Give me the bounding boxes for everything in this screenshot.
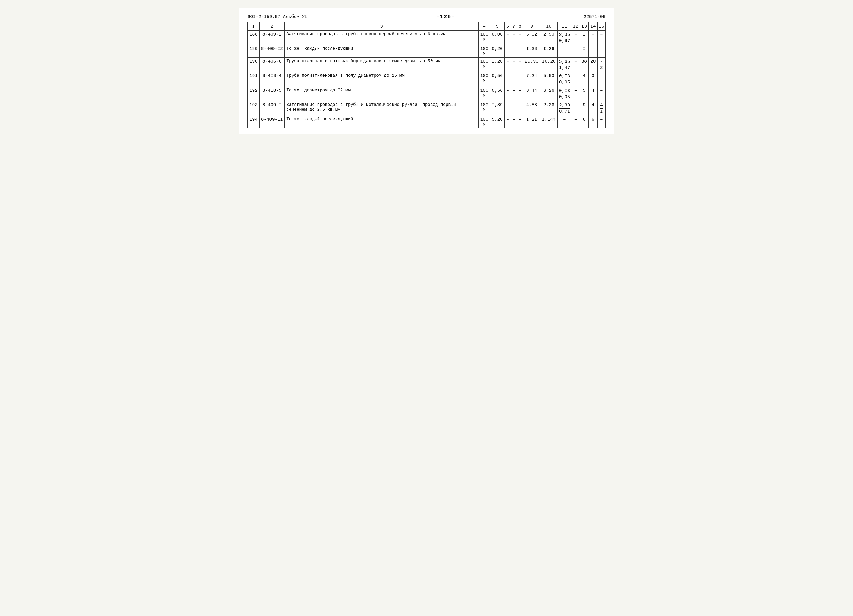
- col-header-14: I4: [589, 22, 598, 31]
- row-col14: 4: [589, 86, 598, 101]
- row-col13: 38: [580, 58, 588, 72]
- col-header-4: 4: [478, 22, 490, 31]
- row-code: 8-406-6: [259, 58, 285, 72]
- row-col5: 0,06: [490, 31, 505, 45]
- header-center: –126–: [436, 14, 455, 20]
- col-header-15: I5: [598, 22, 605, 31]
- col-header-13: I3: [580, 22, 588, 31]
- row-col15: –: [598, 72, 605, 86]
- row-col10: I,I4т: [540, 115, 557, 128]
- row-col11: 5,65I,47: [557, 58, 572, 72]
- row-col5: I,26: [490, 58, 505, 72]
- page: 9OI-2-159.87 Альбом УШ –126– 22571-08 I …: [239, 8, 614, 134]
- row-col9: I,2I: [523, 115, 540, 128]
- table-row: 1908-406-6Труба стальная в готовых бороз…: [248, 58, 606, 72]
- col-header-3: 3: [285, 22, 478, 31]
- row-col7: –: [511, 115, 517, 128]
- row-col10: I,26: [540, 45, 557, 58]
- row-col11: 0,I30,05: [557, 86, 572, 101]
- row-col6: –: [504, 101, 510, 115]
- row-code: 8-4I8-4: [259, 72, 285, 86]
- row-col8: –: [517, 86, 523, 101]
- row-col14: –: [589, 31, 598, 45]
- row-col7: –: [511, 58, 517, 72]
- table-row: 1918-4I8-4Труба полиэтиленовая в полу ди…: [248, 72, 606, 86]
- row-unit: 100М: [478, 115, 490, 128]
- row-col15: 72: [598, 58, 605, 72]
- row-col12: –: [572, 86, 580, 101]
- col-header-7: 7: [511, 22, 517, 31]
- col-header-1: I: [248, 22, 260, 31]
- row-col8: –: [517, 115, 523, 128]
- row-unit: 100М: [478, 101, 490, 115]
- row-code: 8-409-II: [259, 115, 285, 128]
- row-col10: 5,83: [540, 72, 557, 86]
- col-header-5: 5: [490, 22, 505, 31]
- row-col9: 4,88: [523, 101, 540, 115]
- col-header-11: II: [557, 22, 572, 31]
- row-col6: –: [504, 31, 510, 45]
- row-code: 8-409-I2: [259, 45, 285, 58]
- row-col7: –: [511, 86, 517, 101]
- row-col13: I: [580, 45, 588, 58]
- col-header-2: 2: [259, 22, 285, 31]
- row-col13: I: [580, 31, 588, 45]
- row-col14: 6: [589, 115, 598, 128]
- row-description: Труба полиэтиленовая в полу диаметром до…: [285, 72, 478, 86]
- row-description: Затягивание проводов в трубы–провод перв…: [285, 31, 478, 45]
- row-col5: 0,56: [490, 72, 505, 86]
- table-row: 1938-409-IЗатягивание проводов в трубы и…: [248, 101, 606, 115]
- row-col15: 4I: [598, 101, 605, 115]
- row-description: То же, каждый после-дующий: [285, 115, 478, 128]
- col-header-9: 9: [523, 22, 540, 31]
- header-row: I 2 3 4 5 6 7 8 9 IO II I2 I3 I4 I5: [248, 22, 606, 31]
- row-col15: –: [598, 45, 605, 58]
- row-col8: –: [517, 101, 523, 115]
- row-col15: –: [598, 31, 605, 45]
- row-code: 8-409-2: [259, 31, 285, 45]
- row-col10: 2,90: [540, 31, 557, 45]
- row-col13: 9: [580, 101, 588, 115]
- table-row: 1928-4I8-5То же, диаметром до 32 мм100М0…: [248, 86, 606, 101]
- col-header-8: 8: [517, 22, 523, 31]
- row-col15: –: [598, 115, 605, 128]
- row-col8: –: [517, 58, 523, 72]
- row-col9: 6,02: [523, 31, 540, 45]
- row-unit: 100М: [478, 45, 490, 58]
- row-unit: 100М: [478, 72, 490, 86]
- row-col6: –: [504, 72, 510, 86]
- row-col9: I,38: [523, 45, 540, 58]
- col-header-10: IO: [540, 22, 557, 31]
- row-col9: 29,90: [523, 58, 540, 72]
- row-col8: –: [517, 31, 523, 45]
- row-col14: 20: [589, 58, 598, 72]
- table-row: 1898-409-I2То же, каждый после-дующий100…: [248, 45, 606, 58]
- row-col12: –: [572, 115, 580, 128]
- header-left: 9OI-2-159.87 Альбом УШ: [247, 14, 307, 19]
- row-col15: –: [598, 86, 605, 101]
- row-col7: –: [511, 31, 517, 45]
- row-col10: 2,36: [540, 101, 557, 115]
- row-col8: –: [517, 72, 523, 86]
- row-description: То же, диаметром до 32 мм: [285, 86, 478, 101]
- row-col10: 6,26: [540, 86, 557, 101]
- row-id: 188: [248, 31, 260, 45]
- row-col8: –: [517, 45, 523, 58]
- row-col7: –: [511, 101, 517, 115]
- row-id: 189: [248, 45, 260, 58]
- row-description: То же, каждый после-дующий: [285, 45, 478, 58]
- row-code: 8-409-I: [259, 101, 285, 115]
- row-col5: I,89: [490, 101, 505, 115]
- row-col14: 3: [589, 72, 598, 86]
- col-header-12: I2: [572, 22, 580, 31]
- row-col9: 8,44: [523, 86, 540, 101]
- row-col5: 0,56: [490, 86, 505, 101]
- row-col11: –: [557, 115, 572, 128]
- row-col11: 2,330,7I: [557, 101, 572, 115]
- page-header: 9OI-2-159.87 Альбом УШ –126– 22571-08: [247, 14, 606, 20]
- row-col11: –: [557, 45, 572, 58]
- row-col13: 5: [580, 86, 588, 101]
- row-col11: 0,I30,05: [557, 72, 572, 86]
- row-col5: 0,20: [490, 45, 505, 58]
- row-id: 194: [248, 115, 260, 128]
